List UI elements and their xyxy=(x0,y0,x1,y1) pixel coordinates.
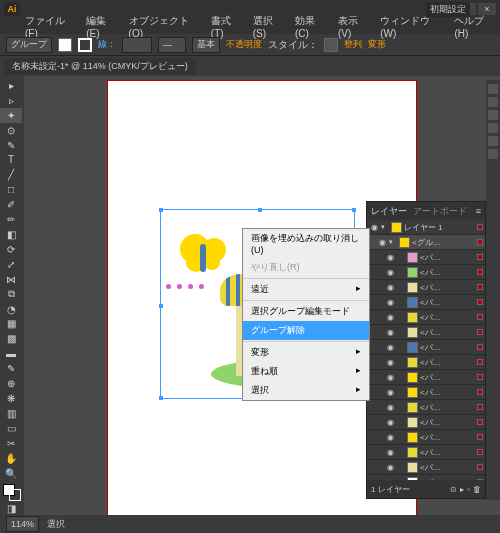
pencil-tool[interactable]: ✏ xyxy=(0,212,22,227)
width-tool[interactable]: ⋈ xyxy=(0,272,22,287)
layer-row[interactable]: ◉<パ… xyxy=(367,280,485,295)
scale-tool[interactable]: ⤢ xyxy=(0,257,22,272)
layer-name[interactable]: <パ… xyxy=(420,252,475,263)
selection-indicator[interactable] xyxy=(477,419,483,425)
panel-icon[interactable] xyxy=(488,110,498,120)
align-link[interactable]: 整列 xyxy=(344,38,362,51)
layer-name[interactable]: <パ… xyxy=(420,432,475,443)
symbol-sprayer-tool[interactable]: ❋ xyxy=(0,391,22,406)
zoom-tool[interactable]: 🔍 xyxy=(0,466,22,481)
selection-indicator[interactable] xyxy=(477,284,483,290)
visibility-icon[interactable]: ◉ xyxy=(385,463,395,472)
selection-indicator[interactable] xyxy=(477,254,483,260)
context-menu-item[interactable]: グループ解除 xyxy=(243,321,369,340)
stroke-swatch[interactable] xyxy=(78,38,92,52)
layer-row[interactable]: ◉<パ… xyxy=(367,460,485,475)
visibility-icon[interactable]: ◉ xyxy=(377,238,387,247)
layer-name[interactable]: <パ… xyxy=(420,282,475,293)
slice-tool[interactable]: ✂ xyxy=(0,436,22,451)
selection-indicator[interactable] xyxy=(477,224,483,230)
panel-menu-icon[interactable]: ≡ xyxy=(476,206,481,216)
brush-basic[interactable]: 基本 xyxy=(192,37,220,53)
visibility-icon[interactable]: ◉ xyxy=(385,373,395,382)
menu-object[interactable]: オブジェクト(O) xyxy=(126,14,204,39)
document-tab[interactable]: 名称未設定-1* @ 114% (CMYK/プレビュー) xyxy=(4,58,196,75)
visibility-icon[interactable]: ◉ xyxy=(385,403,395,412)
fill-swatch[interactable] xyxy=(58,38,72,52)
layer-name[interactable]: <パ… xyxy=(420,267,475,278)
free-transform-tool[interactable]: ⧉ xyxy=(0,287,22,302)
transform-link[interactable]: 変形 xyxy=(368,38,386,51)
visibility-icon[interactable]: ◉ xyxy=(385,328,395,337)
layer-row[interactable]: ◉<パ… xyxy=(367,430,485,445)
delete-icon[interactable]: 🗑 xyxy=(473,485,481,494)
selection-indicator[interactable] xyxy=(477,314,483,320)
column-graph-tool[interactable]: ▥ xyxy=(0,406,22,421)
menu-select[interactable]: 選択(S) xyxy=(250,14,288,39)
layer-row[interactable]: ◉▾ レイヤー 1 xyxy=(367,220,485,235)
visibility-icon[interactable]: ◉ xyxy=(385,313,395,322)
pen-tool[interactable]: ✎ xyxy=(0,138,22,153)
layer-name[interactable]: <パ… xyxy=(420,387,475,398)
artboard-tool[interactable]: ▭ xyxy=(0,421,22,436)
layer-name[interactable]: <パ… xyxy=(420,462,475,473)
visibility-icon[interactable]: ◉ xyxy=(385,358,395,367)
layer-name[interactable]: <パ… xyxy=(420,342,475,353)
panel-icon[interactable] xyxy=(488,136,498,146)
layer-name[interactable]: <パ… xyxy=(420,402,475,413)
visibility-icon[interactable]: ◉ xyxy=(385,448,395,457)
context-menu-item[interactable]: 画像を埋め込みの取り消し(U) xyxy=(243,229,369,258)
visibility-icon[interactable]: ◉ xyxy=(385,343,395,352)
fill-stroke-swatch[interactable] xyxy=(3,484,21,501)
layer-name[interactable]: <グル… xyxy=(412,237,475,248)
layer-name[interactable]: <パ… xyxy=(420,297,475,308)
layer-name[interactable]: <パ… xyxy=(420,417,475,428)
locate-icon[interactable]: ⊙ xyxy=(450,485,457,494)
visibility-icon[interactable]: ◉ xyxy=(385,388,395,397)
selection-indicator[interactable] xyxy=(477,299,483,305)
selection-indicator[interactable] xyxy=(477,389,483,395)
workspace-switcher[interactable]: 初期設定 xyxy=(426,2,470,17)
layer-row[interactable]: ◉<パ… xyxy=(367,355,485,370)
visibility-icon[interactable]: ◉ xyxy=(385,418,395,427)
selection-indicator[interactable] xyxy=(477,464,483,470)
layer-name[interactable]: <パ… xyxy=(420,327,475,338)
visibility-icon[interactable]: ◉ xyxy=(369,223,379,232)
selection-tool[interactable]: ▸ xyxy=(0,78,22,93)
layer-row[interactable]: ◉<パ… xyxy=(367,340,485,355)
visibility-icon[interactable]: ◉ xyxy=(385,433,395,442)
lasso-tool[interactable]: ⊙ xyxy=(0,123,22,138)
layer-row[interactable]: ◉▾ <グル… xyxy=(367,235,485,250)
new-layer-icon[interactable]: ▫ xyxy=(467,485,470,494)
layer-row[interactable]: ◉<パ… xyxy=(367,400,485,415)
layer-name[interactable]: <パ… xyxy=(420,447,475,458)
layer-row[interactable]: ◉<パ… xyxy=(367,385,485,400)
new-sublayer-icon[interactable]: ▸ xyxy=(460,485,464,494)
color-mode[interactable]: ◨ xyxy=(0,501,22,516)
layer-row[interactable]: ◉<パ… xyxy=(367,370,485,385)
layer-row[interactable]: ◉<パ… xyxy=(367,415,485,430)
context-menu-item[interactable]: 重ね順▸ xyxy=(243,362,369,381)
layer-row[interactable]: ◉<パ… xyxy=(367,310,485,325)
panel-icon[interactable] xyxy=(488,97,498,107)
layer-row[interactable]: ◉<パ… xyxy=(367,265,485,280)
selection-indicator[interactable] xyxy=(477,329,483,335)
selection-indicator[interactable] xyxy=(477,449,483,455)
visibility-icon[interactable]: ◉ xyxy=(385,253,395,262)
context-menu-item[interactable]: 選択グループ編集モード xyxy=(243,302,369,321)
shape-builder-tool[interactable]: ◔ xyxy=(0,302,22,317)
context-menu-item[interactable]: 遠近▸ xyxy=(243,280,369,299)
blend-tool[interactable]: ⊕ xyxy=(0,376,22,391)
panel-icon[interactable] xyxy=(488,149,498,159)
menu-help[interactable]: ヘルプ(H) xyxy=(451,14,500,39)
visibility-icon[interactable]: ◉ xyxy=(385,268,395,277)
layer-name[interactable]: <パ… xyxy=(420,357,475,368)
menu-window[interactable]: ウィンドウ(W) xyxy=(377,14,447,39)
line-tool[interactable]: ╱ xyxy=(0,167,22,182)
visibility-icon[interactable]: ◉ xyxy=(385,298,395,307)
type-tool[interactable]: T xyxy=(0,153,22,168)
stroke-label[interactable]: 線： xyxy=(98,38,116,51)
selection-indicator[interactable] xyxy=(477,359,483,365)
context-menu-item[interactable]: 変形▸ xyxy=(243,343,369,362)
menu-view[interactable]: 表示(V) xyxy=(335,14,373,39)
